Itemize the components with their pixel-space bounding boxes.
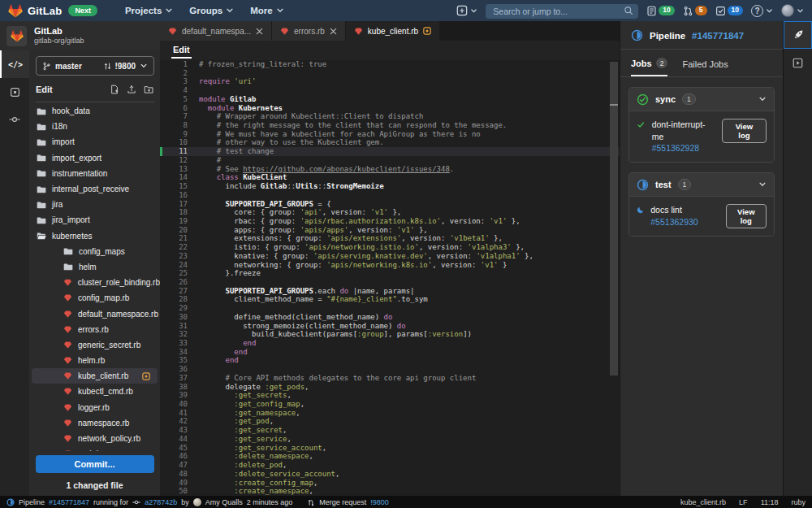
- code-line-36[interactable]: 36: [160, 365, 620, 374]
- code-line-19[interactable]: 19 rbac: { group: 'apis/rbac.authorizati…: [160, 217, 620, 226]
- tree-item-import_export[interactable]: import_export: [29, 150, 160, 166]
- code-line-23[interactable]: 23 knative: { group: 'apis/serving.knati…: [160, 252, 620, 261]
- gitlab-home-link[interactable]: GitLab Next: [8, 4, 97, 18]
- code-line-13[interactable]: 13 # See https://github.com/abonas/kubec…: [160, 165, 620, 174]
- code-line-45[interactable]: 45 :get_service_account,: [160, 444, 620, 453]
- pipeline-id-link[interactable]: #145771847: [692, 31, 744, 41]
- statusbar-line-ending[interactable]: LF: [739, 498, 748, 506]
- editor-scrollbar[interactable]: [610, 60, 618, 496]
- tree-item-logger.rb[interactable]: logger.rb: [29, 400, 160, 415]
- top-menu-groups[interactable]: Groups: [189, 6, 234, 15]
- tree-item-i18n[interactable]: i18n: [29, 119, 160, 134]
- code-line-24[interactable]: 24 networking: { group: 'apis/networking…: [160, 261, 620, 270]
- code-line-17[interactable]: 17 SUPPORTED_API_GROUPS = {: [160, 200, 620, 209]
- tree-item-hook_data[interactable]: hook_data: [29, 103, 160, 119]
- stage-header-test[interactable]: test1: [629, 173, 774, 196]
- top-menu-projects[interactable]: Projects: [125, 6, 173, 15]
- editor-tab-default_namespa...[interactable]: default_namespa...: [160, 21, 271, 41]
- editor-tab-kube_client.rb[interactable]: kube_client.rb: [346, 21, 439, 41]
- upload-file-icon[interactable]: [127, 85, 136, 94]
- code-line-28[interactable]: 28 client_method_name = "#{name}_client"…: [160, 295, 620, 304]
- code-line-42[interactable]: 42 :get_pod,: [160, 417, 620, 426]
- next-badge[interactable]: Next: [68, 5, 97, 16]
- code-line-32[interactable]: 32 build_kubeclient(params[:group], para…: [160, 330, 620, 339]
- tree-item-helm[interactable]: helm: [29, 259, 160, 275]
- sidebar-rail-edit[interactable]: </>: [0, 50, 29, 78]
- job-id-link[interactable]: #551362930: [650, 217, 698, 227]
- code-line-33[interactable]: 33 end: [160, 339, 620, 348]
- pipeline-tab-failed-jobs[interactable]: Failed Jobs: [682, 58, 728, 76]
- pipeline-tab-jobs[interactable]: Jobs2: [631, 58, 667, 76]
- code-line-11[interactable]: 11 # test change: [160, 147, 620, 156]
- close-icon[interactable]: [330, 28, 337, 35]
- commit-button[interactable]: Commit...: [36, 455, 154, 473]
- editor-mode-tab-edit[interactable]: Edit: [171, 43, 192, 59]
- statusbar-language[interactable]: ruby: [791, 498, 806, 506]
- code-line-22[interactable]: 22 istio: { group: 'apis/networking.isti…: [160, 243, 620, 252]
- tree-item-kubernetes[interactable]: kubernetes: [29, 228, 160, 244]
- code-line-30[interactable]: 30 define_method(client_method_name) do: [160, 313, 620, 322]
- right-rail-live-preview[interactable]: [784, 49, 812, 76]
- code-line-31[interactable]: 31 strong_memoize(client_method_name) do: [160, 322, 620, 331]
- code-line-14[interactable]: 14 class KubeClient: [160, 173, 620, 182]
- statusbar-pipeline-id-link[interactable]: #145771847: [49, 498, 89, 506]
- code-line-29[interactable]: 29: [160, 304, 620, 313]
- tree-item-import[interactable]: import: [29, 134, 160, 150]
- tree-item-kubectl_cmd.rb[interactable]: kubectl_cmd.rb: [29, 384, 160, 399]
- view-log-button[interactable]: View log: [726, 204, 767, 228]
- code-line-25[interactable]: 25 }.freeze: [160, 269, 620, 278]
- code-line-49[interactable]: 49 :create_config_map,: [160, 479, 620, 488]
- code-line-4[interactable]: 4: [160, 86, 620, 95]
- tree-item-default_namespace.rb[interactable]: default_namespace.rb: [29, 306, 160, 321]
- code-line-27[interactable]: 27 SUPPORTED_API_GROUPS.each do |name, p…: [160, 287, 620, 296]
- tree-item-config_maps[interactable]: config_maps: [29, 244, 160, 259]
- code-line-10[interactable]: 10 # other way to use the Kubeclient gem…: [160, 138, 620, 147]
- top-menu-more[interactable]: More: [250, 6, 283, 15]
- code-line-8[interactable]: 8 # the right message to the client that…: [160, 121, 620, 130]
- tree-item-cluster_role_binding.rb[interactable]: cluster_role_binding.rb: [29, 275, 160, 290]
- scrollbar-thumb[interactable]: [610, 62, 618, 376]
- tree-item-errors.rb[interactable]: errors.rb: [29, 322, 160, 337]
- statusbar-mr-link[interactable]: !9800: [370, 498, 389, 506]
- code-line-40[interactable]: 40 :get_config_map,: [160, 400, 620, 409]
- code-line-39[interactable]: 39 :get_secrets,: [160, 391, 620, 400]
- stage-header-sync[interactable]: sync1: [629, 88, 774, 111]
- right-rail-pipelines[interactable]: [784, 21, 812, 49]
- tree-item-internal_post_receive[interactable]: internal_post_receive: [29, 181, 160, 197]
- tree-item-network_policy.rb[interactable]: network_policy.rb: [29, 431, 160, 446]
- code-line-26[interactable]: 26: [160, 278, 620, 287]
- statusbar-commit-link[interactable]: a278742b: [145, 498, 177, 506]
- new-menu-button[interactable]: [456, 5, 477, 16]
- sidebar-rail-review[interactable]: [0, 78, 29, 106]
- tree-item-instrumentation[interactable]: instrumentation: [29, 166, 160, 181]
- counter-merge-requests[interactable]: 5: [683, 6, 707, 16]
- code-line-6[interactable]: 6 module Kubernetes: [160, 104, 620, 113]
- branch-selector-button[interactable]: master !9800: [36, 56, 154, 76]
- new-folder-icon[interactable]: [144, 85, 154, 94]
- code-line-3[interactable]: 3require 'uri': [160, 77, 620, 86]
- user-menu-button[interactable]: [781, 4, 804, 17]
- tree-item-jira[interactable]: jira: [29, 197, 160, 212]
- code-line-5[interactable]: 5module Gitlab: [160, 95, 620, 104]
- close-icon[interactable]: [256, 28, 263, 35]
- code-line-34[interactable]: 34 end: [160, 348, 620, 357]
- tree-item-helm.rb[interactable]: helm.rb: [29, 353, 160, 368]
- code-line-9[interactable]: 9 # We must have a kubeclient for each A…: [160, 130, 620, 139]
- code-line-18[interactable]: 18 core: { group: 'api', version: 'v1' }…: [160, 208, 620, 217]
- code-line-37[interactable]: 37 # Core API methods delegates to the c…: [160, 374, 620, 383]
- code-line-1[interactable]: 1# frozen_string_literal: true: [160, 60, 620, 69]
- code-line-2[interactable]: 2: [160, 69, 620, 78]
- sidebar-rail-commit[interactable]: [0, 106, 29, 133]
- counter-issues[interactable]: 10: [646, 6, 674, 16]
- code-line-41[interactable]: 41 :get_namespace,: [160, 409, 620, 418]
- view-log-button[interactable]: View log: [722, 119, 767, 143]
- code-line-43[interactable]: 43 :get_secret,: [160, 426, 620, 435]
- tree-item-config_map.rb[interactable]: config_map.rb: [29, 290, 160, 306]
- code-line-7[interactable]: 7 # Wrapper around Kubeclient::Client to…: [160, 112, 620, 121]
- code-line-20[interactable]: 20 apps: { group: 'apis/apps', version: …: [160, 226, 620, 235]
- code-line-15[interactable]: 15 include Gitlab::Utils::StrongMemoize: [160, 182, 620, 191]
- new-file-icon[interactable]: [110, 85, 119, 94]
- tree-item-generic_secret.rb[interactable]: generic_secret.rb: [29, 337, 160, 353]
- help-menu-button[interactable]: ?: [751, 5, 773, 17]
- job-id-link[interactable]: #551362928: [652, 143, 699, 153]
